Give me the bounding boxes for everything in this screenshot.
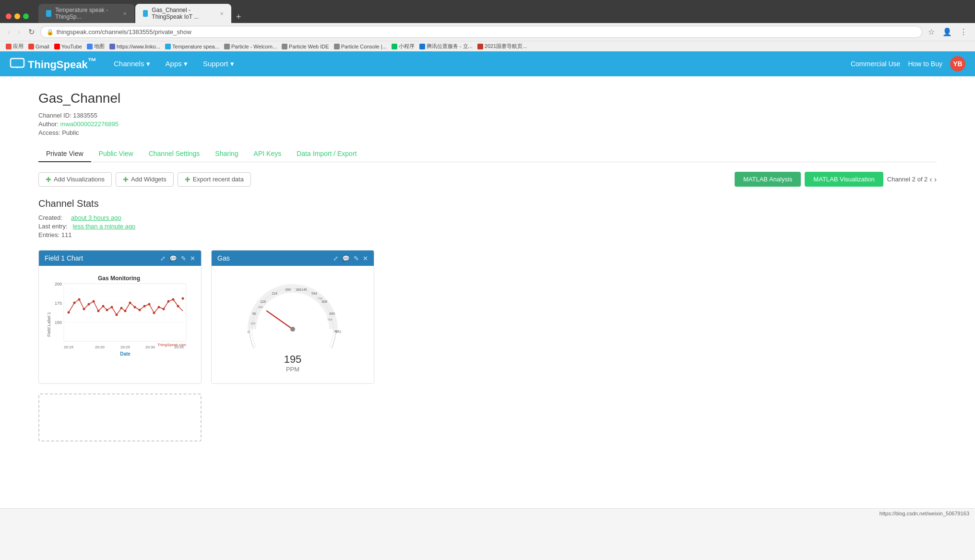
add-visualizations-button[interactable]: ✚ Add Visualizations bbox=[38, 172, 112, 187]
nav-apps[interactable]: Apps ▾ bbox=[158, 51, 195, 76]
bookmark-tencent[interactable]: 腾讯位置服务 - 立... bbox=[419, 43, 473, 50]
refresh-button[interactable]: ↻ bbox=[26, 26, 36, 37]
ts-trademark: ™ bbox=[88, 56, 96, 66]
channel-prev-button[interactable]: ‹ bbox=[929, 175, 932, 184]
back-button[interactable]: ‹ bbox=[6, 27, 12, 37]
chart-dot bbox=[167, 300, 170, 303]
tab-import-export[interactable]: Data Import / Export bbox=[289, 146, 364, 162]
tab-private-view[interactable]: Private View bbox=[38, 146, 91, 162]
url-bar[interactable]: 🔒 thingspeak.com/channels/1383555/privat… bbox=[40, 26, 922, 38]
bookmark-label-linko: https://www.linko... bbox=[117, 44, 160, 49]
export-button[interactable]: ✚ Export recent data bbox=[178, 172, 251, 187]
bookmark-gmail[interactable]: Gmail bbox=[28, 44, 49, 49]
last-entry-value[interactable]: less than a minute ago bbox=[73, 223, 136, 230]
channel-id-label: Channel ID: bbox=[38, 112, 71, 119]
matlab-viz-button[interactable]: MATLAB Visualization bbox=[805, 172, 883, 187]
field1-chart-body: Gas Monitoring Field Label 1 200 bbox=[39, 266, 201, 370]
ts-logo[interactable]: ThingSpeak™ bbox=[10, 56, 96, 71]
field1-chart-title: Field 1 Chart bbox=[45, 254, 160, 262]
new-tab-button[interactable]: + bbox=[232, 12, 245, 22]
channel-meta: Channel ID: 1383555 Author: mwa000002227… bbox=[38, 112, 937, 136]
tab-close-2[interactable]: ✕ bbox=[220, 11, 224, 16]
channel-next-button[interactable]: › bbox=[934, 175, 937, 184]
matlab-viz-label: MATLAB Visualization bbox=[813, 176, 874, 183]
field1-expand-icon[interactable]: ⤢ bbox=[160, 255, 166, 262]
tab-public-view-label: Public View bbox=[99, 150, 133, 157]
channel-nav-label: Channel 2 of 2 bbox=[887, 176, 928, 183]
bookmark-label-guosai: 2021国赛导航页... bbox=[485, 43, 527, 50]
bookmark-apps[interactable]: 应用 bbox=[6, 43, 24, 50]
svg-text:736: 736 bbox=[327, 318, 333, 321]
avatar-initials: YB bbox=[953, 60, 962, 68]
bookmark-particle[interactable]: Particle - Welcom... bbox=[224, 44, 277, 49]
tab-api-keys[interactable]: API Keys bbox=[246, 146, 289, 162]
matlab-analysis-label: MATLAB Analysis bbox=[743, 176, 792, 183]
bookmark-particle-console[interactable]: Particle Console |... bbox=[334, 44, 387, 49]
gauge-edit-icon[interactable]: ✎ bbox=[354, 255, 359, 262]
bookmark-mini-prog[interactable]: 小程序 bbox=[392, 43, 415, 50]
gauge-expand-icon[interactable]: ⤢ bbox=[333, 255, 338, 262]
channel-access-label: Access: bbox=[38, 129, 60, 136]
tab-sharing-label: Sharing bbox=[215, 150, 238, 157]
svg-text:384146: 384146 bbox=[296, 288, 307, 291]
svg-point-16 bbox=[250, 286, 336, 348]
browser-tab-1[interactable]: Temperature speak - ThingSp... ✕ bbox=[38, 4, 134, 23]
gauge-svg: 0 96 128 224 299 384146 544 608 640 672 … bbox=[240, 281, 345, 348]
tab-public-view[interactable]: Public View bbox=[91, 146, 141, 162]
entries-label: Entries: bbox=[38, 231, 59, 238]
last-entry-label: Last entry: bbox=[38, 223, 68, 230]
nav-commercial-use[interactable]: Commercial Use bbox=[851, 60, 900, 68]
forward-button[interactable]: › bbox=[16, 27, 22, 37]
chart-dot bbox=[120, 307, 123, 310]
bookmark-icon-particle-console bbox=[334, 44, 340, 49]
action-bar-left: ✚ Add Visualizations ✚ Add Widgets ✚ Exp… bbox=[38, 172, 251, 187]
bookmark-icon-linko bbox=[109, 44, 115, 49]
tab-favicon-2 bbox=[143, 10, 148, 17]
profile-button[interactable]: 👤 bbox=[940, 26, 954, 37]
user-avatar[interactable]: YB bbox=[950, 56, 965, 71]
nav-support[interactable]: Support ▾ bbox=[195, 51, 242, 76]
channel-author-link[interactable]: mwa0000022276895 bbox=[60, 120, 119, 128]
bookmark-youtube[interactable]: YouTube bbox=[54, 44, 82, 49]
nav-channels[interactable]: Channels ▾ bbox=[106, 51, 158, 76]
bookmark-label-particle-ide: Particle Web IDE bbox=[289, 44, 329, 49]
bookmarks-bar: 应用 Gmail YouTube 地图 https://www.linko...… bbox=[0, 41, 975, 51]
tab-close-1[interactable]: ✕ bbox=[123, 11, 127, 16]
field1-close-icon[interactable]: ✕ bbox=[190, 255, 195, 262]
bookmark-particle-ide[interactable]: Particle Web IDE bbox=[282, 44, 329, 49]
chart-dot bbox=[106, 309, 108, 311]
bookmark-icon-youtube bbox=[54, 44, 60, 49]
svg-text:0: 0 bbox=[248, 330, 250, 334]
add-widgets-button[interactable]: ✚ Add Widgets bbox=[116, 172, 174, 187]
created-value[interactable]: about 3 hours ago bbox=[71, 214, 121, 221]
chart-dot bbox=[172, 298, 175, 301]
channel-author-row: Author: mwa0000022276895 bbox=[38, 120, 937, 128]
bookmark-guosai[interactable]: 2021国赛导航页... bbox=[477, 43, 527, 50]
gauge-comment-icon[interactable]: 💬 bbox=[342, 255, 350, 262]
bookmark-icon-tencent bbox=[419, 44, 425, 49]
svg-text:299: 299 bbox=[285, 288, 291, 291]
close-button[interactable] bbox=[6, 13, 12, 19]
field1-chart-card: Field 1 Chart ⤢ 💬 ✎ ✕ Gas Monitoring Fie… bbox=[38, 250, 202, 384]
tab-label-2: Gas_Channel - ThingSpeak IoT ... bbox=[152, 7, 216, 20]
tab-sharing[interactable]: Sharing bbox=[207, 146, 246, 162]
tab-channel-settings[interactable]: Channel Settings bbox=[141, 146, 208, 162]
browser-tab-2[interactable]: Gas_Channel - ThingSpeak IoT ... ✕ bbox=[135, 4, 231, 23]
gauge-close-icon[interactable]: ✕ bbox=[363, 255, 368, 262]
bookmark-temp[interactable]: Temperature spea... bbox=[165, 44, 219, 49]
chart-svg-title: Gas Monitoring bbox=[98, 275, 140, 282]
gauge-value: 195 bbox=[284, 353, 302, 366]
bookmark-linko[interactable]: https://www.linko... bbox=[109, 44, 160, 49]
minimize-button[interactable] bbox=[14, 13, 20, 19]
field1-edit-icon[interactable]: ✎ bbox=[181, 255, 186, 262]
field1-comment-icon[interactable]: 💬 bbox=[169, 255, 177, 262]
svg-text:160: 160 bbox=[250, 322, 256, 325]
maximize-button[interactable] bbox=[23, 13, 29, 19]
svg-text:160: 160 bbox=[258, 306, 263, 309]
menu-button[interactable]: ⋮ bbox=[958, 26, 969, 37]
chart-dot bbox=[182, 298, 184, 300]
bookmark-maps[interactable]: 地图 bbox=[87, 43, 105, 50]
nav-how-to-buy[interactable]: How to Buy bbox=[908, 60, 942, 68]
bookmark-button[interactable]: ☆ bbox=[926, 26, 937, 37]
matlab-analysis-button[interactable]: MATLAB Analysis bbox=[735, 172, 801, 187]
